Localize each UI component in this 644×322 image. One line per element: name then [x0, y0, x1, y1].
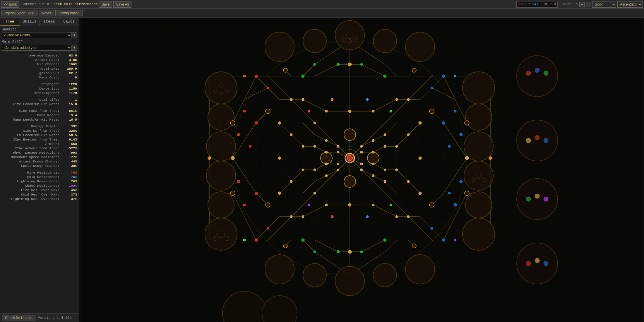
svg-point-271: [372, 174, 374, 177]
stat-ignite-dps: Ignite DPS: 22.7: [2, 71, 77, 75]
svg-point-198: [243, 204, 246, 206]
svg-point-329: [535, 135, 539, 140]
stat-hit-chance: Hit Chance: 100%: [2, 62, 77, 66]
svg-point-199: [237, 180, 240, 183]
svg-point-178: [464, 161, 493, 190]
svg-point-291: [308, 110, 310, 112]
svg-point-278: [348, 250, 352, 254]
svg-point-176: [465, 104, 492, 130]
svg-point-218: [302, 239, 304, 242]
notes-button[interactable]: Notes: [39, 10, 54, 16]
svg-point-243: [325, 163, 328, 165]
hm-display: 1385 / 147 30 / 0: [516, 1, 558, 8]
svg-point-193: [255, 121, 258, 124]
svg-point-162: [206, 161, 236, 190]
svg-point-258: [278, 192, 281, 195]
svg-point-274: [419, 157, 422, 160]
health-value: 1385: [517, 2, 527, 6]
svg-point-203: [431, 87, 433, 89]
bandit-select[interactable]: 2 Passive Points Alira Oak Kraityn: [2, 32, 72, 38]
svg-point-262: [325, 139, 328, 142]
svg-point-282: [429, 203, 434, 207]
svg-point-235: [360, 151, 363, 153]
stat-cold-res: Cold Resistance: 76%: [2, 175, 77, 179]
spacer3: [2, 106, 77, 109]
zero-value: 0: [553, 2, 557, 6]
svg-point-226: [348, 110, 351, 113]
svg-point-197: [255, 192, 258, 195]
svg-point-288: [230, 191, 235, 196]
svg-point-220: [337, 250, 340, 253]
svg-point-249: [407, 180, 410, 183]
svg-point-185: [344, 129, 356, 141]
svg-point-245: [360, 163, 363, 165]
level-up-button[interactable]: +: [579, 2, 585, 7]
import-export-button[interactable]: Import/Export Build: [1, 10, 37, 16]
bandit-arrow[interactable]: ▼: [72, 32, 77, 38]
svg-point-326: [535, 68, 539, 73]
svg-point-204: [442, 121, 445, 124]
tab-calcs[interactable]: Calcs: [59, 18, 79, 26]
svg-point-175: [463, 72, 495, 104]
svg-point-330: [544, 138, 548, 143]
svg-point-265: [372, 139, 374, 142]
svg-point-159: [205, 72, 237, 104]
svg-point-205: [454, 110, 456, 112]
svg-point-290: [465, 191, 469, 196]
svg-point-279: [266, 109, 270, 114]
svg-point-202: [442, 75, 445, 78]
tab-tree[interactable]: Tree: [0, 18, 20, 26]
svg-point-191: [255, 75, 258, 78]
svg-point-236: [372, 151, 374, 153]
svg-point-283: [283, 68, 287, 72]
tree-area[interactable]: [79, 18, 644, 322]
svg-point-161: [206, 132, 236, 161]
svg-point-247: [384, 169, 386, 171]
level-down-button[interactable]: -: [586, 2, 591, 7]
svg-point-292: [331, 98, 333, 101]
class-select[interactable]: Scion Marauder Ranger Witch Duelist Temp…: [592, 1, 616, 8]
configuration-button[interactable]: Configuration: [55, 10, 83, 16]
hm-separator: /: [527, 2, 531, 6]
hm-separator3: /: [549, 2, 553, 6]
svg-point-287: [230, 121, 235, 125]
save-button[interactable]: Save: [99, 1, 112, 8]
passive-tree-svg[interactable]: [79, 18, 644, 322]
svg-point-217: [383, 75, 386, 78]
svg-point-230: [290, 133, 292, 136]
svg-point-272: [384, 180, 386, 183]
svg-point-227: [372, 110, 374, 112]
svg-point-327: [544, 71, 548, 76]
main-skill-label: Main Skill:: [2, 40, 77, 44]
stat-energy-shield: Energy Shield: 352: [2, 124, 77, 129]
svg-point-295: [308, 204, 310, 206]
svg-point-296: [331, 215, 333, 218]
tab-skills[interactable]: Skills: [20, 18, 40, 26]
svg-point-238: [395, 145, 398, 148]
svg-point-257: [278, 121, 281, 124]
ascendancy-select[interactable]: Ascendant None: [617, 1, 643, 8]
stats-area: Average Damage: 63.6 Attack Rate: 3.95 H…: [0, 52, 79, 313]
svg-point-289: [465, 121, 469, 125]
svg-point-266: [384, 133, 386, 136]
back-button[interactable]: << Back: [1, 1, 19, 8]
svg-point-164: [205, 218, 237, 250]
svg-point-293: [366, 98, 369, 101]
stat-total-life: Total Life: 1: [2, 97, 77, 102]
svg-point-269: [337, 169, 339, 171]
stat-mana-regen: Mana Regen: 9.4: [2, 113, 77, 117]
svg-point-273: [278, 157, 281, 160]
main-skill-arrow[interactable]: ▼: [72, 45, 77, 51]
svg-point-206: [460, 133, 463, 136]
tab-items[interactable]: Items: [40, 18, 59, 26]
check-update-button[interactable]: Check for Update: [2, 315, 35, 321]
version-label: Version: 1.4.116: [38, 316, 71, 320]
svg-point-195: [237, 133, 240, 136]
svg-point-281: [266, 203, 270, 207]
save-as-button[interactable]: Save As: [113, 1, 131, 8]
svg-point-182: [517, 120, 558, 161]
svg-point-166: [303, 29, 326, 53]
svg-point-212: [454, 203, 457, 206]
svg-point-280: [429, 109, 434, 114]
main-skill-select[interactable]: <No skills added yet>: [2, 45, 72, 51]
